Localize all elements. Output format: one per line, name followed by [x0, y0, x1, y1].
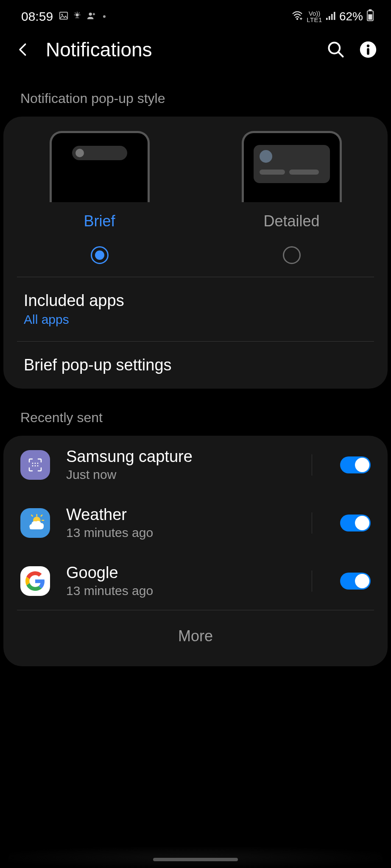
search-icon	[327, 40, 345, 59]
weather-icon	[20, 508, 50, 538]
included-apps-sub: All apps	[24, 312, 367, 327]
battery-icon	[366, 9, 374, 24]
contact-add-icon	[86, 10, 96, 23]
svg-rect-21	[367, 48, 369, 55]
svg-line-31	[41, 515, 42, 516]
app-row-google[interactable]: Google 13 minutes ago	[3, 552, 388, 610]
included-apps-title: Included apps	[24, 292, 367, 310]
nav-background	[8, 847, 383, 868]
info-button[interactable]	[357, 39, 379, 61]
detailed-label: Detailed	[263, 212, 319, 230]
app-row-samsung-capture[interactable]: Samsung capture Just now	[3, 436, 388, 494]
weather-status-icon	[73, 10, 82, 23]
google-icon	[20, 566, 50, 596]
popup-style-detailed[interactable]: Detailed	[196, 117, 388, 277]
page-header: Notifications	[0, 25, 391, 70]
more-button[interactable]: More	[3, 610, 388, 666]
search-button[interactable]	[325, 39, 347, 61]
toggle-weather[interactable]	[340, 515, 371, 531]
svg-rect-11	[329, 16, 330, 20]
svg-point-1	[61, 14, 63, 15]
svg-point-9	[296, 18, 298, 20]
gallery-icon	[59, 10, 68, 23]
toggle-google[interactable]	[340, 573, 371, 590]
svg-point-8	[89, 13, 92, 16]
svg-line-7	[79, 13, 80, 14]
app-name: Google	[66, 564, 296, 582]
svg-point-25	[32, 465, 34, 466]
svg-point-22	[32, 462, 34, 464]
status-time: 08:59	[21, 9, 53, 24]
app-time: Just now	[66, 467, 296, 482]
section-heading-popup-style: Notification pop-up style	[0, 70, 391, 117]
signal-icon	[326, 10, 336, 23]
brief-popup-settings-title: Brief pop-up settings	[24, 356, 367, 374]
battery-percent: 62%	[339, 10, 363, 23]
toggle-samsung-capture[interactable]	[340, 456, 371, 473]
brief-label: Brief	[84, 212, 115, 230]
nav-handle[interactable]	[153, 858, 238, 861]
svg-rect-16	[368, 14, 372, 19]
popup-style-brief[interactable]: Brief	[3, 117, 196, 277]
svg-rect-10	[326, 18, 328, 20]
detailed-radio[interactable]	[283, 246, 301, 264]
page-title: Notifications	[46, 38, 313, 61]
more-status-icon	[103, 15, 106, 18]
svg-point-23	[35, 462, 36, 464]
svg-line-32	[31, 515, 33, 516]
svg-rect-13	[334, 12, 335, 20]
app-time: 13 minutes ago	[66, 526, 296, 540]
info-icon	[359, 41, 377, 58]
recent-card: Samsung capture Just now Weather 13 minu…	[3, 436, 388, 666]
svg-point-27	[37, 465, 39, 466]
app-row-weather[interactable]: Weather 13 minutes ago	[3, 494, 388, 552]
brief-preview	[50, 131, 150, 202]
app-name: Weather	[66, 506, 296, 524]
svg-rect-12	[331, 14, 333, 20]
svg-point-24	[37, 462, 39, 464]
svg-point-26	[35, 465, 36, 466]
section-heading-recent: Recently sent	[0, 389, 391, 436]
brief-popup-settings-row[interactable]: Brief pop-up settings	[3, 342, 388, 389]
status-bar: 08:59 Vo))LTE1 62%	[0, 0, 391, 25]
svg-line-6	[75, 13, 76, 14]
samsung-capture-icon	[20, 450, 50, 480]
detailed-preview	[242, 131, 342, 202]
wifi-icon	[291, 10, 303, 23]
chevron-left-icon	[16, 40, 30, 59]
included-apps-row[interactable]: Included apps All apps	[3, 277, 388, 341]
svg-line-18	[338, 52, 343, 56]
brief-radio[interactable]	[91, 246, 109, 264]
app-name: Samsung capture	[66, 448, 296, 466]
app-time: 13 minutes ago	[66, 584, 296, 598]
svg-point-20	[367, 45, 369, 47]
volte-icon: Vo))LTE1	[307, 10, 322, 23]
svg-rect-0	[60, 12, 67, 19]
svg-point-2	[75, 14, 78, 17]
back-button[interactable]	[12, 39, 34, 61]
popup-style-card: Brief Detailed Included apps All apps Br…	[3, 117, 388, 389]
